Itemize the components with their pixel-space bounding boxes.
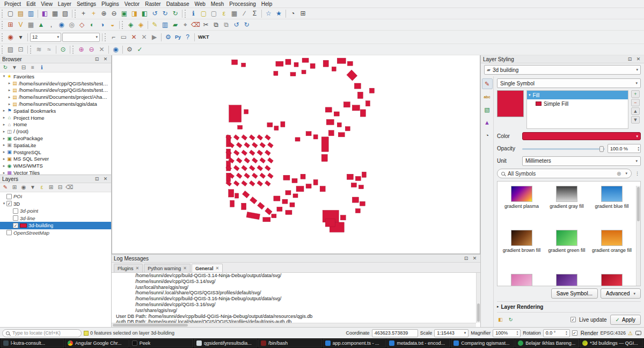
annotation-arrow-button[interactable]: ▶ <box>149 32 159 42</box>
symbol-gradient-blue-fill[interactable]: gradient blue fill <box>590 186 634 229</box>
coordinate-input[interactable]: 463623.573839 <box>372 329 418 337</box>
symbol-options-icon[interactable]: ⋮ <box>634 170 641 177</box>
undo-edit-button[interactable]: ↺ <box>231 20 241 30</box>
menu-help[interactable]: Help <box>259 1 275 7</box>
zoom-next-button[interactable]: ↻ <box>160 9 170 18</box>
toolbar-grip[interactable] <box>75 10 77 18</box>
toolbar-grip[interactable] <box>2 46 4 54</box>
osm-place-search-button[interactable]: ◉ <box>5 32 16 42</box>
help-button-button[interactable]: ? <box>182 32 193 42</box>
browser-collapse-all-button[interactable]: ⊟ <box>19 64 28 72</box>
menu-web[interactable]: Web <box>192 1 208 7</box>
add-postgis-layer-button[interactable]: ◉ <box>56 20 67 30</box>
symbol-search-box[interactable]: All Symbols ⊗ ▾ <box>497 169 632 178</box>
zoom-to-selection-button[interactable]: ◨ <box>129 9 140 18</box>
save-symbol-button[interactable]: Save Symbol... <box>551 288 598 299</box>
remove-highlight-button[interactable]: ✕ <box>97 45 107 54</box>
identify-features-button[interactable]: ℹ <box>188 9 199 18</box>
gallery-scrollbar[interactable] <box>636 186 640 286</box>
close-panel-icon[interactable]: ✕ <box>471 255 478 262</box>
scrollbar-thumb[interactable] <box>637 187 640 221</box>
taskbar-item-metadata-txt-encod[interactable]: metadata.txt - encod... <box>386 339 450 347</box>
toolbar-grip[interactable] <box>185 10 187 18</box>
add-delimited-text-button[interactable]: , <box>46 20 56 30</box>
symbol-swatch-red[interactable] <box>590 274 634 286</box>
spin-arrows-icon[interactable]: ▴▾ <box>638 146 639 151</box>
refresh-map-button[interactable]: ↻ <box>170 9 180 18</box>
menu-plugins[interactable]: Plugins <box>99 1 122 7</box>
refresh-style-icon[interactable]: ↻ <box>507 316 514 323</box>
zoom-full-button[interactable]: ▣ <box>119 9 129 18</box>
style-manager-button[interactable]: ◧ <box>40 9 50 18</box>
remove-symbol-layer-button[interactable]: − <box>631 99 640 106</box>
layer-item-3d-line[interactable]: 3d-line <box>0 215 111 222</box>
plugin-settings-button[interactable]: ⚙ <box>125 45 135 54</box>
symbol-swatch-purple[interactable] <box>545 274 589 286</box>
python-console-button[interactable]: Py <box>173 32 182 42</box>
zoom-to-layer-button[interactable]: ◧ <box>140 9 150 18</box>
magnifier-spinbox[interactable]: 100% ▴▾ <box>493 329 521 337</box>
menu-settings[interactable]: Settings <box>74 1 99 7</box>
browser-item-favorites[interactable]: ▾★Favorites <box>0 73 111 80</box>
add-group-button[interactable]: ⊞ <box>10 184 19 192</box>
add-raster-layer-button[interactable]: ▦ <box>26 20 36 30</box>
layer-checkbox[interactable] <box>13 208 18 214</box>
layout-manager-button[interactable]: ▧ <box>60 9 70 18</box>
browser-show-filter-button[interactable]: ≡ <box>28 64 37 72</box>
redo-edit-button[interactable]: ↻ <box>241 20 252 30</box>
render-checkbox[interactable]: Render <box>572 330 598 336</box>
layer-checkbox[interactable] <box>6 194 12 199</box>
expander-icon[interactable]: ▸ <box>2 164 6 168</box>
new-bookmark-button[interactable]: ☆ <box>264 9 274 18</box>
zoom-out-button[interactable]: ⊖ <box>109 9 119 18</box>
taskbar-item-peek[interactable]: Peek <box>129 339 193 347</box>
layer-item-openstreetmap[interactable]: OpenStreetMap <box>0 229 111 237</box>
clear-icon[interactable]: ⊗ <box>617 171 621 177</box>
browser-item-geopackage[interactable]: ▸▣GeoPackage <box>0 135 111 142</box>
layer-item-3d[interactable]: ▾3D <box>0 200 111 208</box>
add-wfs-layer-button[interactable]: ◑ <box>97 20 107 30</box>
zoom-last-button[interactable]: ↺ <box>150 9 160 18</box>
diagrams-tab[interactable]: ▲ <box>482 117 493 128</box>
new-project-button[interactable]: ▢ <box>5 9 16 18</box>
scale-select[interactable]: 1:15443 ▾ <box>434 329 469 337</box>
expander-icon[interactable]: ▸ <box>7 88 12 92</box>
live-update-checkbox[interactable]: Live update <box>570 317 607 323</box>
add-symbol-layer-button[interactable]: + <box>631 90 640 98</box>
manage-map-themes-button[interactable]: ◉ <box>19 184 28 192</box>
add-mesh-layer-button[interactable]: ▲ <box>36 20 46 30</box>
deselect-features-button[interactable]: ▢ <box>209 9 219 18</box>
log-horizontal-scrollbar[interactable] <box>112 323 476 327</box>
open-attribute-table-button[interactable]: ▦ <box>229 9 239 18</box>
map-canvas[interactable] <box>112 55 480 254</box>
float-panel-icon[interactable]: ⊡ <box>626 56 633 63</box>
filter-legend-button[interactable]: ▼ <box>28 184 37 192</box>
expander-icon[interactable]: ▸ <box>2 171 6 175</box>
log-tab-python-warning[interactable]: Python warning✕ <box>144 264 191 272</box>
taskbar-item-bin-bash[interactable]: /bin/bash <box>258 339 322 347</box>
menu-project[interactable]: Project <box>2 1 24 7</box>
select-features-button[interactable]: ▢ <box>199 9 209 18</box>
new-print-layout-button[interactable]: ▦ <box>50 9 60 18</box>
save-layer-edits-button[interactable]: ▥ <box>160 20 170 30</box>
expander-icon[interactable]: ▸ <box>2 157 6 161</box>
browser-item-home[interactable]: ▸⌂Home <box>0 121 111 128</box>
move-symbol-layer-down-button[interactable]: ▼ <box>631 116 640 124</box>
zoom-in-highlight-button[interactable]: ⊕ <box>76 45 86 54</box>
browser-item-home-isunni-documents-qgis-data[interactable]: ▸▤/home/isunni/Documents/qgis/data <box>0 100 111 107</box>
layer-item-poi[interactable]: POI <box>0 193 111 200</box>
browser-refresh-button[interactable]: ↻ <box>1 64 10 72</box>
taskbar-item-comparing-qgismast[interactable]: Comparing qgismast... <box>451 339 515 347</box>
browser-item-wms-wmts[interactable]: ▸◉WMS/WMTS <box>0 162 111 169</box>
close-panel-icon[interactable]: ✕ <box>102 176 109 183</box>
taskbar-item-app-component-ts[interactable]: app.component.ts - ... <box>323 339 386 347</box>
toolbar-grip[interactable] <box>2 10 4 18</box>
remove-layer-button[interactable]: ⌫ <box>65 184 74 192</box>
close-icon[interactable]: ✕ <box>136 266 140 271</box>
taskbar-item-l-kutra-consult[interactable]: l-kutra-consult... <box>1 339 64 347</box>
annotation-style-combo[interactable]: ▾ <box>62 33 100 42</box>
new-geopackage-layer-button[interactable]: ◈ <box>126 20 136 30</box>
wkt-tool-button[interactable]: WKT <box>196 32 211 42</box>
float-panel-icon[interactable]: ⊡ <box>93 176 100 183</box>
show-bookmarks-button[interactable]: ★ <box>274 9 284 18</box>
